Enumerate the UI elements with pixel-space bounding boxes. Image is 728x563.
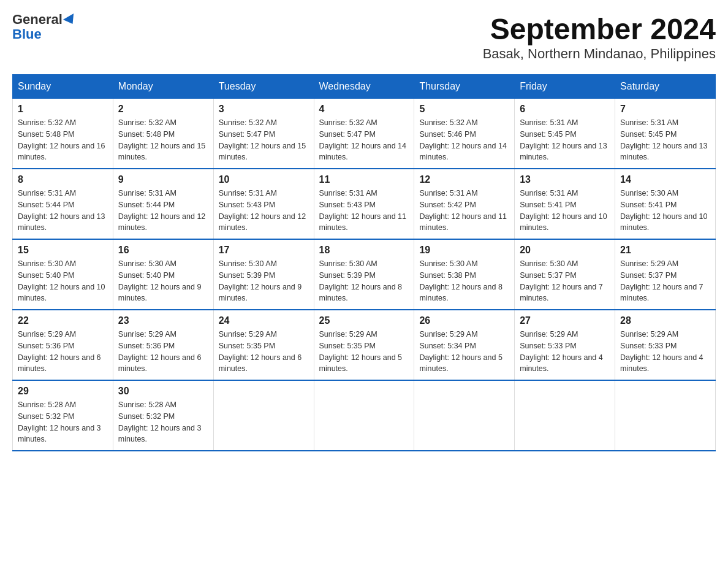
calendar-cell: 2Sunrise: 5:32 AMSunset: 5:48 PMDaylight… (113, 99, 213, 169)
day-number: 3 (219, 104, 309, 115)
day-info: Sunrise: 5:29 AMSunset: 5:36 PMDaylight:… (18, 329, 108, 375)
day-info: Sunrise: 5:30 AMSunset: 5:38 PMDaylight:… (419, 258, 509, 304)
day-number: 1 (18, 104, 108, 115)
calendar-cell: 19Sunrise: 5:30 AMSunset: 5:38 PMDayligh… (414, 239, 515, 310)
day-number: 11 (319, 174, 409, 185)
calendar-header-wednesday: Wednesday (314, 75, 414, 99)
calendar-cell: 3Sunrise: 5:32 AMSunset: 5:47 PMDaylight… (213, 99, 314, 169)
calendar-cell: 25Sunrise: 5:29 AMSunset: 5:35 PMDayligh… (314, 310, 414, 380)
day-info: Sunrise: 5:30 AMSunset: 5:39 PMDaylight:… (319, 258, 409, 304)
page-subtitle: Basak, Northern Mindanao, Philippines (483, 46, 716, 62)
calendar-cell: 8Sunrise: 5:31 AMSunset: 5:44 PMDaylight… (13, 169, 113, 239)
calendar-cell: 6Sunrise: 5:31 AMSunset: 5:45 PMDaylight… (515, 99, 615, 169)
day-info: Sunrise: 5:29 AMSunset: 5:35 PMDaylight:… (219, 329, 309, 375)
day-info: Sunrise: 5:29 AMSunset: 5:35 PMDaylight:… (319, 329, 409, 375)
calendar-header-friday: Friday (515, 75, 615, 99)
day-info: Sunrise: 5:31 AMSunset: 5:44 PMDaylight:… (18, 188, 108, 234)
day-info: Sunrise: 5:32 AMSunset: 5:48 PMDaylight:… (118, 117, 208, 163)
day-info: Sunrise: 5:31 AMSunset: 5:44 PMDaylight:… (118, 188, 208, 234)
calendar-cell: 29Sunrise: 5:28 AMSunset: 5:32 PMDayligh… (13, 380, 113, 451)
calendar-cell: 12Sunrise: 5:31 AMSunset: 5:42 PMDayligh… (414, 169, 515, 239)
day-info: Sunrise: 5:31 AMSunset: 5:42 PMDaylight:… (419, 188, 509, 234)
day-number: 10 (219, 174, 309, 185)
calendar-cell (213, 380, 314, 451)
calendar-cell: 21Sunrise: 5:29 AMSunset: 5:37 PMDayligh… (615, 239, 716, 310)
day-number: 23 (118, 315, 208, 326)
calendar-cell: 22Sunrise: 5:29 AMSunset: 5:36 PMDayligh… (13, 310, 113, 380)
calendar-header-sunday: Sunday (13, 75, 113, 99)
day-info: Sunrise: 5:31 AMSunset: 5:41 PMDaylight:… (520, 188, 610, 234)
day-info: Sunrise: 5:30 AMSunset: 5:39 PMDaylight:… (219, 258, 309, 304)
day-info: Sunrise: 5:29 AMSunset: 5:37 PMDaylight:… (620, 258, 710, 304)
calendar-table: SundayMondayTuesdayWednesdayThursdayFrid… (12, 74, 716, 451)
day-number: 18 (319, 245, 409, 256)
calendar-cell: 10Sunrise: 5:31 AMSunset: 5:43 PMDayligh… (213, 169, 314, 239)
day-number: 20 (520, 245, 610, 256)
day-number: 15 (18, 245, 108, 256)
day-info: Sunrise: 5:29 AMSunset: 5:33 PMDaylight:… (620, 329, 710, 375)
day-number: 27 (520, 315, 610, 326)
page-title: September 2024 (483, 12, 716, 46)
calendar-cell: 28Sunrise: 5:29 AMSunset: 5:33 PMDayligh… (615, 310, 716, 380)
day-info: Sunrise: 5:31 AMSunset: 5:43 PMDaylight:… (219, 188, 309, 234)
calendar-header-thursday: Thursday (414, 75, 515, 99)
logo-general-text: General (12, 12, 63, 27)
calendar-cell: 16Sunrise: 5:30 AMSunset: 5:40 PMDayligh… (113, 239, 213, 310)
day-info: Sunrise: 5:30 AMSunset: 5:37 PMDaylight:… (520, 258, 610, 304)
title-block: September 2024 Basak, Northern Mindanao,… (483, 12, 716, 62)
calendar-cell: 27Sunrise: 5:29 AMSunset: 5:33 PMDayligh… (515, 310, 615, 380)
calendar-cell: 5Sunrise: 5:32 AMSunset: 5:46 PMDaylight… (414, 99, 515, 169)
day-number: 22 (18, 315, 108, 326)
day-info: Sunrise: 5:30 AMSunset: 5:41 PMDaylight:… (620, 188, 710, 234)
day-number: 12 (419, 174, 509, 185)
calendar-week-row-1: 1Sunrise: 5:32 AMSunset: 5:48 PMDaylight… (13, 99, 716, 169)
day-info: Sunrise: 5:29 AMSunset: 5:33 PMDaylight:… (520, 329, 610, 375)
day-info: Sunrise: 5:32 AMSunset: 5:47 PMDaylight:… (219, 117, 309, 163)
calendar-week-row-5: 29Sunrise: 5:28 AMSunset: 5:32 PMDayligh… (13, 380, 716, 451)
day-info: Sunrise: 5:32 AMSunset: 5:46 PMDaylight:… (419, 117, 509, 163)
calendar-cell: 26Sunrise: 5:29 AMSunset: 5:34 PMDayligh… (414, 310, 515, 380)
day-info: Sunrise: 5:29 AMSunset: 5:36 PMDaylight:… (118, 329, 208, 375)
day-number: 30 (118, 386, 208, 397)
calendar-header-row: SundayMondayTuesdayWednesdayThursdayFrid… (13, 75, 716, 99)
calendar-cell (414, 380, 515, 451)
day-number: 16 (118, 245, 208, 256)
calendar-cell: 13Sunrise: 5:31 AMSunset: 5:41 PMDayligh… (515, 169, 615, 239)
calendar-cell: 9Sunrise: 5:31 AMSunset: 5:44 PMDaylight… (113, 169, 213, 239)
day-number: 2 (118, 104, 208, 115)
day-info: Sunrise: 5:30 AMSunset: 5:40 PMDaylight:… (118, 258, 208, 304)
calendar-cell (515, 380, 615, 451)
calendar-cell (314, 380, 414, 451)
day-number: 28 (620, 315, 710, 326)
calendar-cell: 14Sunrise: 5:30 AMSunset: 5:41 PMDayligh… (615, 169, 716, 239)
logo-triangle-icon (63, 13, 78, 27)
calendar-cell: 4Sunrise: 5:32 AMSunset: 5:47 PMDaylight… (314, 99, 414, 169)
day-info: Sunrise: 5:32 AMSunset: 5:48 PMDaylight:… (18, 117, 108, 163)
calendar-cell: 20Sunrise: 5:30 AMSunset: 5:37 PMDayligh… (515, 239, 615, 310)
day-info: Sunrise: 5:31 AMSunset: 5:45 PMDaylight:… (620, 117, 710, 163)
day-number: 14 (620, 174, 710, 185)
calendar-cell: 7Sunrise: 5:31 AMSunset: 5:45 PMDaylight… (615, 99, 716, 169)
calendar-cell (615, 380, 716, 451)
day-info: Sunrise: 5:31 AMSunset: 5:43 PMDaylight:… (319, 188, 409, 234)
calendar-cell: 24Sunrise: 5:29 AMSunset: 5:35 PMDayligh… (213, 310, 314, 380)
day-number: 13 (520, 174, 610, 185)
day-number: 25 (319, 315, 409, 326)
page-header: General Blue September 2024 Basak, North… (12, 12, 716, 62)
calendar-cell: 30Sunrise: 5:28 AMSunset: 5:32 PMDayligh… (113, 380, 213, 451)
day-number: 6 (520, 104, 610, 115)
day-info: Sunrise: 5:30 AMSunset: 5:40 PMDaylight:… (18, 258, 108, 304)
day-number: 5 (419, 104, 509, 115)
calendar-cell: 23Sunrise: 5:29 AMSunset: 5:36 PMDayligh… (113, 310, 213, 380)
day-number: 9 (118, 174, 208, 185)
calendar-week-row-2: 8Sunrise: 5:31 AMSunset: 5:44 PMDaylight… (13, 169, 716, 239)
calendar-header-tuesday: Tuesday (213, 75, 314, 99)
day-number: 8 (18, 174, 108, 185)
logo: General Blue (12, 12, 77, 42)
calendar-week-row-4: 22Sunrise: 5:29 AMSunset: 5:36 PMDayligh… (13, 310, 716, 380)
calendar-cell: 15Sunrise: 5:30 AMSunset: 5:40 PMDayligh… (13, 239, 113, 310)
day-info: Sunrise: 5:28 AMSunset: 5:32 PMDaylight:… (18, 399, 108, 445)
day-info: Sunrise: 5:29 AMSunset: 5:34 PMDaylight:… (419, 329, 509, 375)
day-info: Sunrise: 5:31 AMSunset: 5:45 PMDaylight:… (520, 117, 610, 163)
day-info: Sunrise: 5:28 AMSunset: 5:32 PMDaylight:… (118, 399, 208, 445)
